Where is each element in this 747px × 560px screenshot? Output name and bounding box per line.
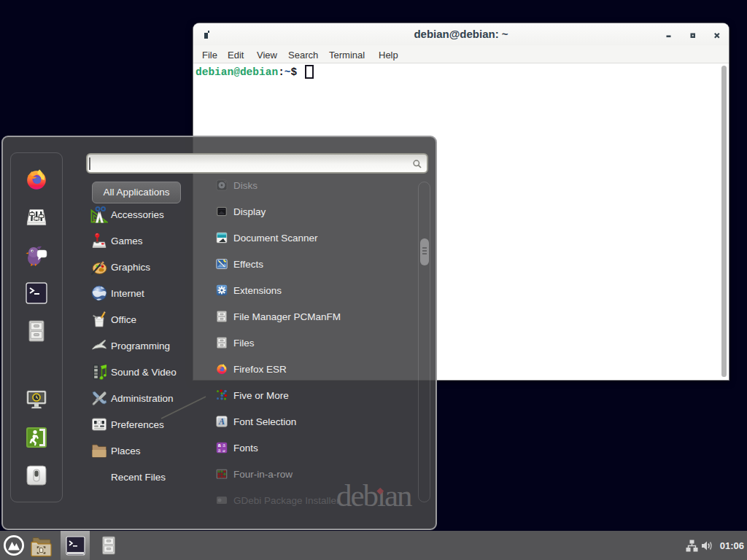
svg-text:A: A (218, 416, 225, 427)
svg-text:a: a (218, 448, 221, 453)
svg-text:a: a (222, 448, 225, 454)
